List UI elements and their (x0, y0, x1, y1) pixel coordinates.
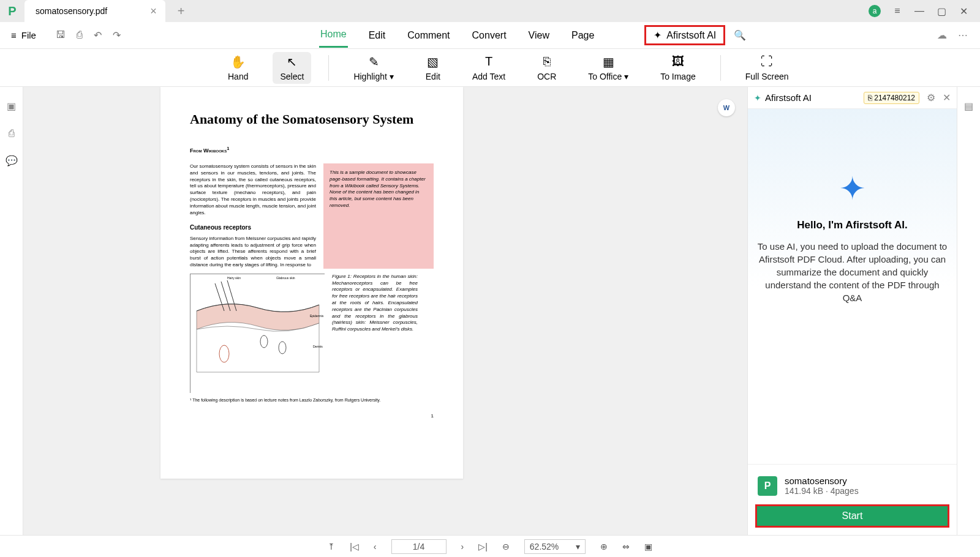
redo-icon[interactable]: ↷ (113, 29, 121, 41)
panel-toggle-icon[interactable]: ▤ (964, 100, 973, 112)
separator (328, 55, 329, 81)
search-icon[interactable]: 🔍 (734, 29, 746, 41)
edit-tool[interactable]: ▧Edit (418, 52, 448, 84)
hamburger-icon: ≡ (11, 30, 17, 40)
paragraph: Sensory information from Meissner corpus… (190, 236, 316, 269)
maximize-icon[interactable]: ▢ (936, 6, 947, 17)
tab-comment[interactable]: Comment (406, 24, 451, 47)
svg-text:Glabrous skin: Glabrous skin (276, 276, 295, 280)
tab-page[interactable]: Page (570, 24, 595, 47)
ai-doc-meta: 141.94 kB · 4pages (785, 486, 859, 496)
pdf-icon: P (758, 476, 777, 496)
sparkle-illustration: ✦ (839, 170, 866, 207)
ai-doc-name: somatosensory (785, 476, 859, 486)
notice-box: This is a sample document to showcase pa… (323, 163, 434, 269)
close-window-icon[interactable]: ✕ (958, 6, 969, 17)
ocr-tool[interactable]: ⎘OCR (530, 52, 564, 84)
svg-text:Dermis: Dermis (313, 345, 323, 348)
to-image-tool[interactable]: 🖼To Image (653, 52, 703, 84)
first-page-icon[interactable]: ⤒ (328, 542, 335, 551)
close-panel-icon[interactable]: ✕ (943, 92, 951, 103)
undo-icon[interactable]: ↶ (94, 29, 102, 41)
paragraph: Our somatosensory system consists of sen… (190, 163, 316, 216)
to-office-tool[interactable]: ▦To Office ▾ (581, 52, 636, 84)
image-icon: 🖼 (672, 54, 684, 69)
document-tab[interactable]: somatosensory.pdf × (24, 0, 165, 22)
start-button[interactable]: Start (755, 504, 949, 528)
svg-text:Epidermis: Epidermis (310, 314, 324, 318)
tab-convert[interactable]: Convert (471, 24, 508, 47)
hamburger-icon[interactable]: ≡ (892, 6, 903, 17)
file-label: File (21, 30, 36, 40)
add-text-tool[interactable]: TAdd Text (465, 52, 513, 84)
file-menu[interactable]: ≡ File (0, 30, 47, 40)
tab-ai-label: Afirstsoft AI (666, 30, 716, 41)
cloud-icon[interactable]: ☁ (937, 29, 947, 41)
ai-panel-title: Afirstsoft AI (765, 92, 860, 103)
cursor-icon: ↖ (287, 54, 297, 69)
tab-view[interactable]: View (527, 24, 551, 47)
tab-title: somatosensory.pdf (36, 6, 107, 16)
next-section-icon[interactable]: ▷| (478, 542, 488, 551)
section-heading: Cutaneous receptors (190, 223, 316, 232)
add-tab-button[interactable]: + (178, 4, 185, 18)
settings-icon[interactable]: ⚙ (927, 92, 935, 103)
fullscreen-icon: ⛶ (761, 54, 773, 69)
fit-page-icon[interactable]: ▣ (644, 542, 652, 551)
app-logo: P (0, 0, 24, 22)
prev-page-icon[interactable]: ‹ (374, 542, 377, 551)
zoom-in-icon[interactable]: ⊕ (600, 542, 608, 551)
ai-greeting: Hello, I'm Afirstsoft AI. (797, 219, 907, 231)
more-icon[interactable]: ⋯ (958, 29, 968, 41)
close-tab-icon[interactable]: × (150, 5, 157, 18)
svg-text:Hairy skin: Hairy skin (227, 276, 241, 280)
minimize-icon[interactable]: — (914, 6, 925, 17)
office-icon: ▦ (603, 54, 614, 69)
sparkle-icon: ✦ (754, 93, 761, 103)
select-tool[interactable]: ↖Select (273, 52, 311, 84)
source-line: From Wikibooks1 (190, 146, 434, 154)
edit-icon: ▧ (427, 54, 439, 69)
word-export-icon[interactable]: W (718, 99, 735, 116)
separator (720, 55, 721, 81)
full-screen-tool[interactable]: ⛶Full Screen (738, 52, 796, 84)
footnote: ¹ The following description is based on … (190, 398, 434, 402)
ai-description: To use AI, you need to upload the docume… (756, 240, 948, 304)
bookmark-icon[interactable]: ⎙ (9, 128, 15, 139)
hand-tool[interactable]: ✋Hand (221, 52, 255, 84)
prev-section-icon[interactable]: |◁ (350, 542, 359, 551)
next-page-icon[interactable]: › (461, 542, 464, 551)
ocr-icon: ⎘ (543, 54, 551, 69)
ai-panel: ✦ Afirstsoft AI ⎘ 2147480212 ⚙ ✕ ✦ Hello… (747, 87, 957, 535)
figure-skin-diagram: Hairy skin Glabrous skin Epidermis Dermi… (190, 274, 325, 393)
highlighter-icon: ✎ (369, 54, 379, 69)
tab-ai[interactable]: ✦ Afirstsoft AI (644, 25, 725, 45)
ai-id-badge: ⎘ 2147480212 (864, 92, 919, 104)
print-icon[interactable]: ⎙ (77, 29, 83, 41)
tab-edit[interactable]: Edit (368, 24, 387, 47)
sparkle-icon: ✦ (654, 29, 662, 41)
ai-document-row: P somatosensory 141.94 kB · 4pages (755, 472, 949, 504)
hand-icon: ✋ (230, 54, 246, 69)
comment-panel-icon[interactable]: 💬 (6, 155, 18, 166)
document-viewport[interactable]: W Anatomy of the Somatosensory System Fr… (23, 87, 747, 535)
thumbnail-icon[interactable]: ▣ (7, 100, 16, 112)
figure-caption: Figure 1: Receptors in the human skin: M… (332, 274, 418, 393)
tab-home[interactable]: Home (319, 23, 348, 48)
page-number: 1 (190, 413, 434, 419)
save-icon[interactable]: 🖫 (56, 29, 66, 41)
highlight-tool[interactable]: ✎Highlight ▾ (346, 52, 401, 84)
text-icon: T (485, 54, 492, 69)
pdf-page: Anatomy of the Somatosensory System From… (160, 87, 463, 479)
page-indicator[interactable]: 1/4 (391, 539, 447, 554)
zoom-out-icon[interactable]: ⊖ (502, 542, 510, 551)
user-avatar[interactable]: a (869, 5, 881, 17)
fit-width-icon[interactable]: ⇔ (622, 542, 630, 551)
page-title: Anatomy of the Somatosensory System (190, 111, 434, 127)
zoom-level[interactable]: 62.52%▾ (524, 539, 586, 554)
